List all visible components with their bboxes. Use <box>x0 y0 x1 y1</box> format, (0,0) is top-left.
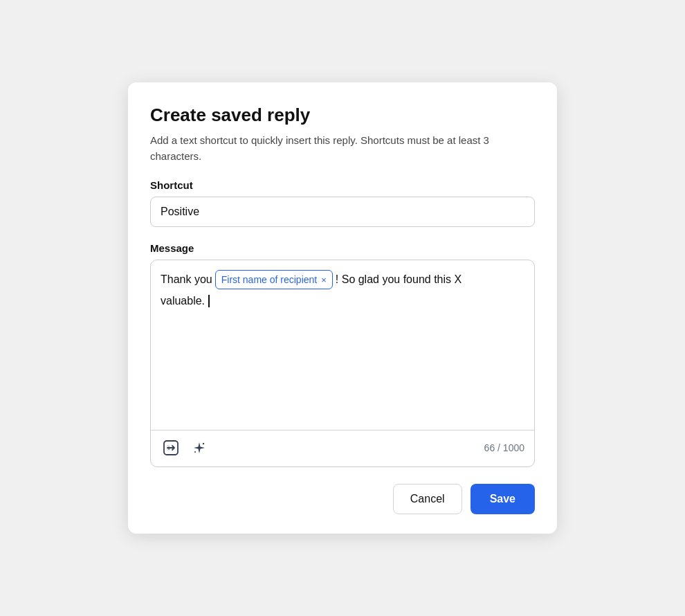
shortcut-input[interactable] <box>150 197 535 227</box>
svg-text:+: + <box>167 445 171 452</box>
message-text-after: ! So glad you found this X <box>336 271 462 289</box>
cancel-button[interactable]: Cancel <box>393 484 462 514</box>
toolbar-left: + <box>161 437 209 458</box>
message-label: Message <box>150 242 535 254</box>
create-saved-reply-dialog: Create saved reply Add a text shortcut t… <box>128 82 557 534</box>
save-button[interactable]: Save <box>471 484 535 514</box>
svg-point-3 <box>203 443 204 444</box>
dialog-actions: Cancel Save <box>150 484 535 514</box>
message-text-before: Thank you <box>161 271 212 289</box>
insert-variable-button[interactable]: + <box>161 437 181 458</box>
svg-point-4 <box>194 451 196 453</box>
ai-assist-button[interactable] <box>190 438 209 458</box>
message-content: Thank you First name of recipient × ! So… <box>161 270 524 430</box>
message-line-1: Thank you First name of recipient × ! So… <box>161 270 524 289</box>
variable-tag[interactable]: First name of recipient × <box>215 270 333 289</box>
insert-variable-icon: + <box>163 440 179 455</box>
message-line-2: valuable. <box>161 292 524 310</box>
sparkle-icon <box>192 441 206 455</box>
dialog-title: Create saved reply <box>150 105 535 126</box>
variable-tag-close-button[interactable]: × <box>321 275 327 284</box>
shortcut-label: Shortcut <box>150 179 535 191</box>
char-count: 66 / 1000 <box>484 440 524 455</box>
dialog-subtitle: Add a text shortcut to quickly insert th… <box>150 133 535 164</box>
message-text-line2: valuable. <box>161 292 205 310</box>
message-box[interactable]: Thank you First name of recipient × ! So… <box>150 260 535 467</box>
variable-tag-label: First name of recipient <box>221 272 318 287</box>
text-cursor <box>208 295 210 307</box>
message-toolbar: + 66 / 1000 <box>161 431 524 466</box>
